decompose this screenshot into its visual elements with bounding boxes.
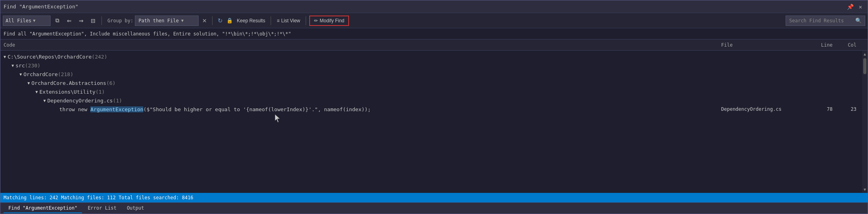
lock-icon: 🔒 [226,18,233,24]
folder-count-4: (1) [96,89,105,95]
code-line-num: 78 [809,106,833,112]
code-before: throw new [59,106,90,112]
refresh-button[interactable]: ↻ [216,16,225,25]
group-by-dropdown[interactable]: Path then File ▼ [135,16,199,26]
status-bar: Matching lines: 242 Matching files: 112 … [0,193,868,202]
scroll-thumb[interactable] [863,58,866,74]
tree-container: ▼ C:\Source\Repos\OrchardCore (242) ▼ sr… [0,51,868,115]
folder-count-3: (6) [106,80,115,86]
tree-row[interactable]: ▼ DependencyOrdering.cs (1) [4,96,864,105]
pencil-icon: ✏ [314,18,318,24]
svg-marker-0 [275,114,280,122]
status-text: Matching lines: 242 Matching files: 112 … [4,195,193,200]
scope-arrow-icon: ▼ [33,18,35,23]
window-title: Find "ArgumentException" [4,4,78,10]
tab-label-0: Find "ArgumentException" [8,205,77,211]
scroll-down-arrow[interactable]: ▼ [862,186,867,193]
scroll-up-arrow[interactable]: ▲ [862,51,867,57]
code-text: throw new ArgumentException($"Should be … [59,106,721,112]
folder-count-5: (1) [113,98,122,104]
prev-result-button[interactable]: ⇐ [64,16,74,26]
tree-row[interactable]: ▼ src (230) [4,61,864,70]
collapse-icon-3[interactable]: ▼ [27,81,30,85]
find-description: Find all "ArgumentException", Include mi… [0,28,868,39]
modify-find-button[interactable]: ✏ Modify Find [309,16,349,26]
code-highlight: ArgumentException [90,106,143,112]
title-bar: Find "ArgumentException" 📌 ✕ [0,0,868,13]
bottom-tabs: Find "ArgumentException" Error List Outp… [0,202,868,214]
results-area[interactable]: ▼ C:\Source\Repos\OrchardCore (242) ▼ sr… [0,51,868,193]
title-bar-left: Find "ArgumentException" [4,4,78,10]
separator-2 [212,16,213,25]
scope-dropdown[interactable]: All Files ▼ [3,16,51,26]
tree-row[interactable]: ▼ OrchardCore (218) [4,70,864,79]
code-file: DependencyOrdering.cs [721,106,809,112]
keep-results-label: Keep Results [237,18,265,24]
search-icon: 🔍 [855,18,862,24]
list-view-button[interactable]: ≡ List View [274,17,302,24]
folder-label-4: Extensions\Utility [39,89,96,95]
tree-row[interactable]: ▼ C:\Source\Repos\OrchardCore (242) [4,52,864,61]
vertical-scrollbar[interactable]: ▲ ▼ [862,51,868,193]
folder-label-3: OrchardCore.Abstractions [31,80,106,86]
pin-button[interactable]: 📌 [846,4,854,10]
next-result-button[interactable]: ⇒ [76,16,86,26]
group-by-arrow-icon: ▼ [181,18,183,23]
tab-find-argument-exception[interactable]: Find "ArgumentException" [4,204,82,213]
folder-label-2: OrchardCore [23,71,58,77]
collapse-icon-1[interactable]: ▼ [12,63,14,68]
tab-label-2: Output [127,205,144,211]
folder-count-2: (218) [58,71,73,77]
col-header-file: File [721,42,809,48]
clear-button[interactable]: ✕ [200,17,209,25]
separator-1 [101,16,102,25]
folder-count-0: (242) [92,54,107,60]
tree-row[interactable]: ▼ OrchardCore.Abstractions (6) [4,79,864,87]
keep-results-button[interactable]: Keep Results [234,17,267,24]
collapse-icon-2[interactable]: ▼ [20,72,22,77]
tab-error-list[interactable]: Error List [83,204,121,213]
code-col-num: 23 [833,106,856,112]
folder-label-1: src [16,63,25,69]
find-results-window: Find "ArgumentException" 📌 ✕ All Files ▼… [0,0,868,214]
collapse-icon-0[interactable]: ▼ [4,55,6,59]
scope-value: All Files [6,18,31,24]
col-header-col: Col [833,42,856,48]
group-by-value: Path then File [138,18,179,24]
collapse-button[interactable]: ⊟ [88,16,98,26]
col-header-line: Line [809,42,833,48]
folder-label-5: DependencyOrdering.cs [47,98,113,104]
collapse-icon-5[interactable]: ▼ [43,98,46,103]
search-find-placeholder: Search Find Results [789,18,844,24]
collapse-icon-4[interactable]: ▼ [35,90,38,94]
modify-find-label: Modify Find [320,18,344,24]
code-result-row[interactable]: throw new ArgumentException($"Should be … [4,105,864,114]
separator-4 [306,16,306,25]
col-header-code: Code [4,42,721,48]
tab-label-1: Error List [88,205,116,211]
separator-3 [271,16,271,25]
find-description-text: Find all "ArgumentException", Include mi… [4,31,291,37]
title-bar-right: 📌 ✕ [846,4,864,10]
toolbar: All Files ▼ ⧉ ⇐ ⇒ ⊟ Group by: Path then … [0,13,868,28]
list-view-icon: ≡ [277,18,279,24]
close-button[interactable]: ✕ [856,4,864,10]
column-headers: Code File Line Col [0,39,868,51]
tab-output[interactable]: Output [122,204,149,213]
group-by-label: Group by: [107,18,133,24]
new-window-button[interactable]: ⧉ [52,16,62,26]
search-find-results-box[interactable]: Search Find Results 🔍 [786,16,865,26]
tree-row[interactable]: ▼ Extensions\Utility (1) [4,87,864,96]
folder-label-0: C:\Source\Repos\OrchardCore [8,54,92,60]
code-after: ($"Should be higher or equal to '{nameof… [143,106,371,112]
folder-count-1: (230) [25,63,41,69]
list-view-label: List View [281,18,300,24]
